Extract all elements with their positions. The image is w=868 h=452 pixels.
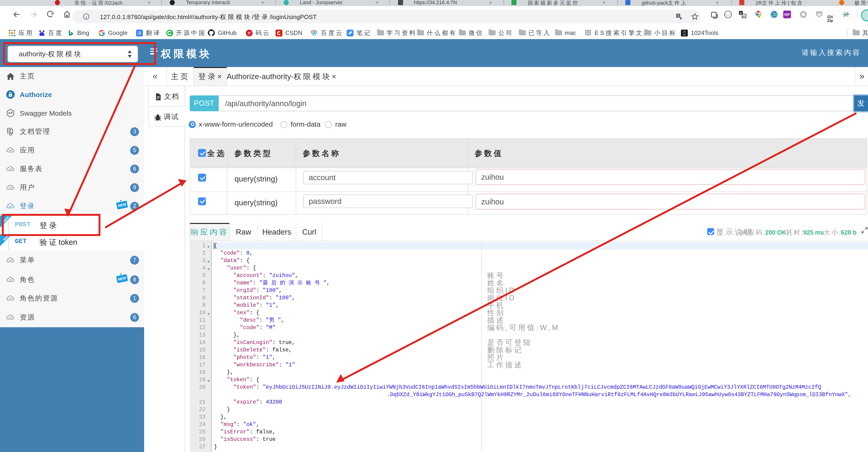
svg-text:RP: RP (784, 12, 790, 17)
svg-text:{...}: {...} (726, 13, 731, 16)
svg-text:API: API (9, 168, 12, 170)
svg-text:24: 24 (683, 33, 686, 36)
svg-text:API: API (9, 279, 12, 281)
svg-text:API: API (9, 150, 12, 152)
svg-text:API: API (9, 259, 12, 262)
svg-text:API: API (9, 316, 12, 319)
svg-text:API: API (9, 187, 12, 189)
svg-text:G: G (677, 14, 679, 17)
svg-text:API: API (9, 205, 12, 207)
svg-text:译: 译 (137, 31, 141, 35)
svg-text:API: API (9, 298, 12, 300)
svg-text:英: 英 (739, 12, 742, 15)
svg-text:10: 10 (683, 30, 686, 33)
svg-text:en: en (742, 15, 745, 18)
